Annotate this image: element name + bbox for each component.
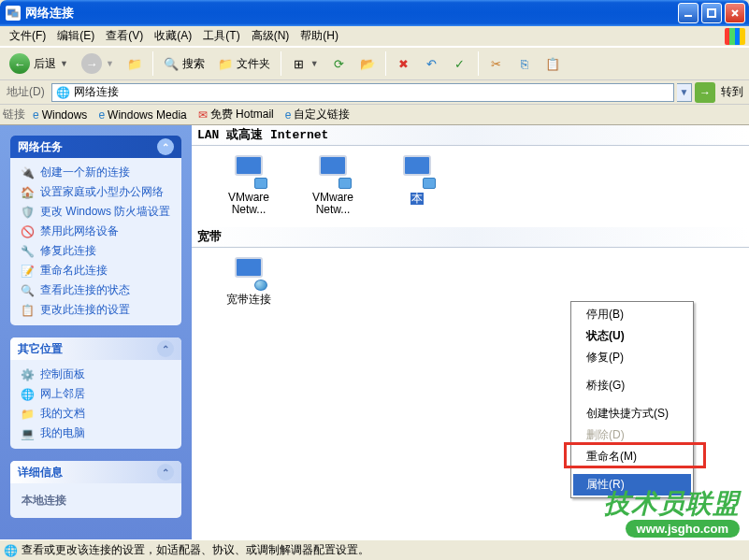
copy-button[interactable]: ⎘ — [511, 50, 538, 77]
cut-button[interactable]: ✂ — [483, 50, 510, 77]
connection-broadband[interactable]: 宽带连接 — [216, 257, 281, 306]
place-control-panel[interactable]: ⚙️控制面板 — [20, 367, 172, 382]
delete-icon: ✖ — [396, 56, 411, 71]
collapse-icon[interactable]: ⌃ — [157, 340, 174, 357]
ctx-rename[interactable]: 重命名(M) — [573, 446, 691, 467]
link-label: 免费 Hotmail — [210, 107, 274, 122]
address-bar: 地址(D) 🌐 网络连接 ▼ → 转到 — [0, 80, 749, 105]
menu-advanced[interactable]: 高级(N) — [246, 26, 295, 46]
folder-opt-button[interactable]: 📂 — [354, 50, 381, 77]
task-settings[interactable]: 📋更改此连接的设置 — [20, 303, 172, 318]
connection-vmware2[interactable]: VMware Netw... — [300, 155, 366, 216]
sync-icon: ⟳ — [332, 56, 347, 71]
ctx-status[interactable]: 状态(U) — [573, 325, 691, 347]
undo-button[interactable]: ↶ — [419, 50, 445, 77]
windows-flag-icon — [725, 28, 745, 45]
wizard-icon: 🔌 — [20, 165, 35, 180]
menu-edit[interactable]: 编辑(E) — [51, 26, 100, 46]
status-icon: 🌐 — [4, 544, 18, 557]
place-my-computer[interactable]: 💻我的电脑 — [20, 426, 172, 441]
collapse-icon[interactable]: ⌃ — [157, 464, 174, 481]
back-label: 后退 — [34, 56, 56, 72]
ie-icon: e — [98, 108, 105, 122]
minimize-button[interactable] — [678, 3, 699, 23]
ctx-repair[interactable]: 修复(P) — [573, 347, 691, 368]
place-my-documents[interactable]: 📁我的文档 — [20, 407, 172, 422]
forward-arrow-icon: → — [81, 53, 102, 74]
task-firewall[interactable]: 🛡️更改 Windows 防火墙设置 — [20, 205, 172, 220]
place-network[interactable]: 🌐网上邻居 — [20, 387, 172, 402]
other-places-title: 其它位置 — [18, 341, 63, 357]
folders-button[interactable]: 📁 文件夹 — [212, 50, 276, 77]
network-icon: 🌐 — [20, 387, 35, 402]
details-header[interactable]: 详细信息 ⌃ — [10, 461, 181, 483]
properties-button[interactable]: ✓ — [447, 50, 473, 77]
task-label: 更改此连接的设置 — [40, 303, 130, 317]
search-icon: 🔍 — [164, 56, 179, 71]
task-repair[interactable]: 🔧修复此连接 — [20, 244, 172, 259]
back-button[interactable]: ← 后退 ▼ — [4, 50, 74, 77]
task-rename[interactable]: 📝重命名此连接 — [20, 264, 172, 279]
ctx-bridge[interactable]: 桥接(G) — [573, 375, 691, 396]
link-windows-media[interactable]: eWindows Media — [94, 108, 190, 122]
task-label: 设置家庭或小型办公网络 — [40, 185, 164, 199]
properties-icon: ✓ — [453, 56, 468, 71]
status-text: 查看或更改该连接的设置，如适配器、协议、或调制解调器配置设置。 — [22, 542, 369, 558]
ctx-separator — [575, 371, 689, 372]
task-setup-network[interactable]: 🏠设置家庭或小型办公网络 — [20, 185, 172, 200]
up-button[interactable]: 📁 — [122, 50, 148, 77]
task-create-connection[interactable]: 🔌创建一个新的连接 — [20, 165, 172, 180]
ctx-disable[interactable]: 停用(B) — [573, 304, 691, 325]
other-places-box: 其它位置 ⌃ ⚙️控制面板 🌐网上邻居 📁我的文档 💻我的电脑 — [10, 337, 181, 449]
content-area[interactable]: LAN 或高速 Internet VMware Netw... VMware N… — [192, 125, 749, 539]
svg-rect-2 — [684, 15, 692, 17]
forward-button[interactable]: → ▼ — [76, 50, 120, 77]
network-tasks-title: 网络任务 — [18, 139, 63, 155]
task-disable[interactable]: 🚫禁用此网络设备 — [20, 224, 172, 239]
task-label: 更改 Windows 防火墙设置 — [40, 205, 170, 219]
section-broadband-header: 宽带 — [192, 227, 749, 248]
ctx-shortcut[interactable]: 创建快捷方式(S) — [573, 403, 691, 424]
link-hotmail[interactable]: ✉免费 Hotmail — [194, 107, 278, 122]
maximize-button[interactable] — [701, 3, 722, 23]
close-button[interactable] — [725, 3, 745, 23]
link-windows[interactable]: eWindows — [29, 108, 91, 122]
window-title: 网络连接 — [25, 5, 678, 22]
links-bar: 链接 eWindows eWindows Media ✉免费 Hotmail e… — [0, 105, 749, 125]
folder-up-icon: 📁 — [127, 56, 142, 71]
toolbar-separator — [478, 51, 479, 76]
paste-button[interactable]: 📋 — [540, 50, 566, 77]
computer-icon: 💻 — [20, 426, 35, 441]
toolbar-separator — [385, 51, 386, 76]
link-custom[interactable]: e自定义链接 — [281, 107, 354, 122]
search-label: 搜索 — [182, 56, 205, 72]
other-places-header[interactable]: 其它位置 ⌃ — [10, 337, 181, 360]
view-button[interactable]: ⊞▼ — [286, 50, 324, 77]
connection-label: 本 — [411, 193, 424, 205]
menu-help[interactable]: 帮助(H) — [295, 26, 344, 46]
sync-button[interactable]: ⟳ — [326, 50, 353, 77]
connection-local[interactable]: 本 — [384, 155, 450, 216]
network-tasks-header[interactable]: 网络任务 ⌃ — [10, 136, 181, 158]
window-icon — [6, 6, 21, 21]
address-dropdown-button[interactable]: ▼ — [677, 83, 692, 102]
address-input[interactable]: 🌐 网络连接 — [51, 83, 674, 102]
menu-tools[interactable]: 工具(T) — [197, 26, 245, 46]
toolbar-separator — [281, 51, 281, 76]
delete-button[interactable]: ✖ — [391, 50, 417, 77]
connection-label: VMware Netw... — [216, 192, 281, 216]
collapse-icon[interactable]: ⌃ — [157, 138, 174, 155]
network-tasks-box: 网络任务 ⌃ 🔌创建一个新的连接 🏠设置家庭或小型办公网络 🛡️更改 Windo… — [10, 136, 181, 325]
hotmail-icon: ✉ — [198, 108, 208, 122]
connection-vmware1[interactable]: VMware Netw... — [216, 155, 281, 216]
go-button[interactable]: → — [695, 82, 715, 103]
view-icon: ⊞ — [292, 56, 307, 71]
task-label: 查看此连接的状态 — [40, 283, 130, 297]
search-button[interactable]: 🔍 搜索 — [158, 50, 210, 77]
menu-file[interactable]: 文件(F) — [4, 26, 51, 46]
menu-favorites[interactable]: 收藏(A) — [149, 26, 197, 46]
task-status[interactable]: 🔍查看此连接的状态 — [20, 283, 172, 298]
go-label: 转到 — [718, 84, 746, 100]
menu-view[interactable]: 查看(V) — [100, 26, 149, 46]
ctx-properties[interactable]: 属性(R) — [573, 474, 691, 495]
